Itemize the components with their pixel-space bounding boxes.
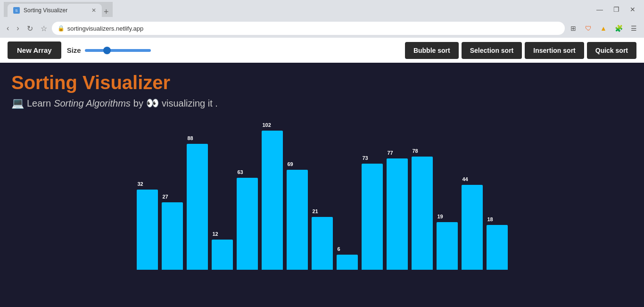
size-control: Size xyxy=(67,46,151,54)
bar-wrapper: 27 xyxy=(162,202,183,270)
bar-label: 18 xyxy=(487,216,493,222)
minimize-button[interactable]: — xyxy=(592,4,608,15)
browser-controls: ‹ › ↻ ☆ 🔒 ⊞ 🛡 ▲ 🧩 ☰ xyxy=(0,19,644,38)
extensions-puzzle-button[interactable]: 🧩 xyxy=(612,22,625,35)
tab-favicon: S xyxy=(13,7,20,14)
bar-label: 88 xyxy=(188,135,193,141)
bubble-sort-button[interactable]: Bubble sort xyxy=(405,42,459,59)
bar-wrapper: 69 xyxy=(287,170,308,270)
bar-label: 102 xyxy=(263,122,271,128)
bar-wrapper: 19 xyxy=(437,222,458,270)
bar-wrapper: 12 xyxy=(212,240,233,270)
close-button[interactable]: ✕ xyxy=(625,4,640,15)
sort-bar xyxy=(437,222,458,270)
sort-bar xyxy=(462,185,483,270)
sort-bar xyxy=(187,144,208,270)
sort-bar xyxy=(412,157,433,270)
lock-icon: 🔒 xyxy=(58,25,65,32)
app-subtitle: 💻 Learn Sorting Algorithms by 👀 visualiz… xyxy=(11,97,633,109)
bar-label: 27 xyxy=(163,194,168,199)
browser-actions: ⊞ 🛡 ▲ 🧩 ☰ xyxy=(567,22,640,35)
bar-label: 77 xyxy=(388,150,393,156)
bar-wrapper: 63 xyxy=(237,178,258,270)
app-title: Sorting Visualizer xyxy=(11,72,633,93)
sort-buttons: Bubble sort Selection sort Insertion sor… xyxy=(405,42,636,59)
url-input[interactable] xyxy=(67,25,559,32)
main-content: Sorting Visualizer 💻 Learn Sorting Algor… xyxy=(0,63,644,270)
bar-wrapper: 21 xyxy=(312,217,333,270)
bar-wrapper: 73 xyxy=(362,164,383,270)
emoji-eyes: 👀 xyxy=(146,97,159,109)
bar-label: 6 xyxy=(338,246,340,252)
brave-rewards-button[interactable]: ▲ xyxy=(597,22,610,35)
back-button[interactable]: ‹ xyxy=(4,22,12,34)
new-array-button[interactable]: New Array xyxy=(8,41,61,59)
sort-bar xyxy=(287,170,308,270)
bar-wrapper: 88 xyxy=(187,144,208,270)
brave-shield-button[interactable]: 🛡 xyxy=(582,22,595,35)
bar-label: 73 xyxy=(363,155,368,161)
sort-bar xyxy=(137,190,158,270)
refresh-button[interactable]: ↻ xyxy=(24,22,36,35)
bar-wrapper: 18 xyxy=(487,225,508,270)
bar-wrapper: 77 xyxy=(387,158,408,270)
sort-bar xyxy=(387,158,408,270)
sort-bar xyxy=(237,178,258,270)
bar-label: 69 xyxy=(288,161,293,167)
bar-wrapper: 6 xyxy=(337,255,358,270)
bar-label: 12 xyxy=(213,231,218,237)
maximize-button[interactable]: ❐ xyxy=(609,4,624,15)
bar-label: 21 xyxy=(313,208,318,214)
bar-wrapper: 32 xyxy=(137,190,158,270)
chart-area: 322788126310269216737778194418 xyxy=(11,124,633,270)
active-tab[interactable]: S Sorting Visualizer ✕ xyxy=(8,4,102,17)
toolbar: New Array Size Bubble sort Selection sor… xyxy=(0,38,644,63)
new-tab-button[interactable]: + xyxy=(104,7,109,17)
bar-wrapper: 102 xyxy=(262,131,283,270)
subtitle-italic: Sorting Algorithms xyxy=(54,98,131,109)
tab-bar: S Sorting Visualizer ✕ + xyxy=(4,2,113,17)
app-container: New Array Size Bubble sort Selection sor… xyxy=(0,38,644,292)
size-label: Size xyxy=(67,46,81,54)
bar-wrapper: 78 xyxy=(412,157,433,270)
size-slider[interactable] xyxy=(85,49,151,52)
bookmark-button[interactable]: ☆ xyxy=(38,22,50,35)
sort-bar xyxy=(312,217,333,270)
menu-button[interactable]: ☰ xyxy=(627,22,640,35)
sort-bar xyxy=(212,240,233,270)
sort-bar xyxy=(262,131,283,270)
sort-bar xyxy=(337,255,358,270)
forward-button[interactable]: › xyxy=(14,22,22,34)
subtitle-middle: by xyxy=(133,98,143,109)
selection-sort-button[interactable]: Selection sort xyxy=(462,42,522,59)
sort-bar xyxy=(162,202,183,270)
sort-bar xyxy=(362,164,383,270)
tab-close-button[interactable]: ✕ xyxy=(91,7,96,14)
subtitle-before: Learn xyxy=(27,98,51,109)
bar-label: 78 xyxy=(413,148,418,154)
address-bar: 🔒 xyxy=(52,22,565,35)
subtitle-after: visualizing it . xyxy=(162,98,218,109)
bar-label: 63 xyxy=(238,169,243,175)
bar-label: 32 xyxy=(138,181,143,187)
bar-label: 19 xyxy=(438,214,443,219)
window-controls: — ❐ ✕ xyxy=(592,4,640,15)
tab-title: Sorting Visualizer xyxy=(24,7,88,14)
bar-wrapper: 44 xyxy=(462,185,483,270)
bar-label: 44 xyxy=(462,176,468,182)
sort-bar xyxy=(487,225,508,270)
insertion-sort-button[interactable]: Insertion sort xyxy=(525,42,584,59)
quick-sort-button[interactable]: Quick sort xyxy=(587,42,636,59)
extensions-button[interactable]: ⊞ xyxy=(567,22,580,35)
emoji-code: 💻 xyxy=(11,97,24,109)
title-bar: S Sorting Visualizer ✕ + — ❐ ✕ xyxy=(0,0,644,19)
